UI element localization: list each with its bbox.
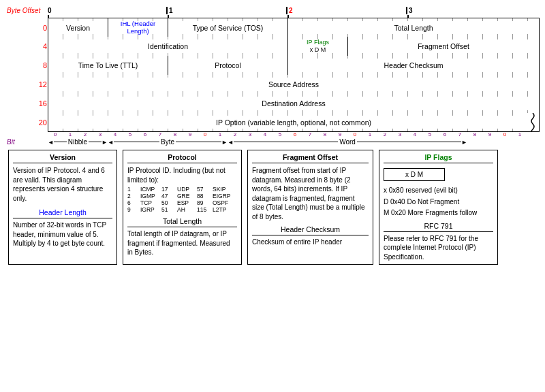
byte-offset-label: Byte Offset (7, 7, 40, 15)
cell-ip-flags: IP Flagsx D M (288, 37, 348, 56)
legend-version-content: Version of IP Protocol. 4 and 6 are vali… (13, 166, 112, 203)
legend-checksum-title: Header Checksum (252, 225, 369, 235)
protocol-table: 1ICMP17UDP57SKIP 2IGMP47GRE88EIGRP 6TCP5… (127, 186, 237, 213)
cell-fragment-offset: Fragment Offset (348, 37, 539, 56)
cell-ip-option: IP Option (variable length, optional, no… (48, 113, 539, 131)
cell-source-address: Source Address (48, 75, 539, 94)
bit-label: Bit (7, 138, 15, 146)
row-4: 4 Identification IP Flagsx D M F (48, 37, 540, 56)
cell-ihl: IHL (HeaderLength) (108, 18, 168, 37)
legend-fragment-title: Fragment Offset (252, 153, 369, 163)
legend-fragment-content: Fragment offset from start of IP datagra… (252, 166, 369, 221)
legend-protocol-title: Protocol (127, 153, 237, 163)
bit-number-row: 0 1 2 3 4 5 6 7 8 9 0 1 2 3 4 5 6 7 8 9 (48, 132, 540, 137)
cell-protocol: Protocol (168, 56, 288, 75)
cell-tos: Type of Service (TOS) (168, 18, 288, 37)
flags-display-box: x D M (384, 168, 445, 181)
legend-ip-flags: IP Flags x D M x 0x80 reserved (evil bit… (379, 150, 498, 265)
unit-label-row: Bit ◄ Nibble ► ◄ Byte ► (5, 138, 540, 146)
legend-version-ihl: Version Version of IP Protocol. 4 and 6 … (8, 150, 117, 265)
cell-ttl: Time To Live (TTL) (48, 56, 168, 75)
cell-header-checksum: Header Checksum (288, 56, 539, 75)
row-8: 8 Time To Live (TTL) Protocol He (48, 56, 540, 75)
top-bit-ruler: 0 1 2 3 (48, 7, 540, 18)
row-16: 16 Destination Address (48, 94, 540, 113)
legend-protocol-total: Protocol IP Protocol ID. Including (but … (123, 150, 242, 265)
row-0: 0 Version IHL (HeaderLength) Typ (48, 18, 540, 37)
rfc-label: RFC 791 (384, 222, 493, 232)
ipflags-line-m: M 0x20 More Fragments follow (384, 208, 493, 218)
cell-destination-address: Destination Address (48, 94, 539, 113)
unit-arrows: ◄ Nibble ► ◄ Byte ► ◄ (48, 138, 540, 146)
cell-total-length: Total Length (288, 18, 539, 37)
ipflags-line-d: D 0x40 Do Not Fragment (384, 197, 493, 207)
legend-total-title: Total Length (127, 217, 237, 227)
legend-total-content: Total length of IP datagram, or IP fragm… (127, 229, 237, 257)
rfc-content: Please refer to RFC 791 for the complete… (384, 234, 493, 262)
cell-version: Version (48, 18, 108, 37)
ipflags-line-x: x 0x80 reserved (evil bit) (384, 186, 493, 195)
legend-ihl-title: Header Length (13, 208, 112, 218)
row-12: 12 Source Address (48, 75, 540, 94)
legend-ipflags-title: IP Flags (384, 153, 493, 163)
cell-identification: Identification (48, 37, 288, 56)
legend-checksum-content: Checksum of entire IP header (252, 238, 369, 247)
legend-ihl-content: Number of 32-bit words in TCP header, mi… (13, 220, 112, 248)
legend-protocol-content: IP Protocol ID. Including (but not limit… (127, 166, 237, 184)
legend-version-title: Version (13, 153, 112, 163)
bottom-ruler-area: 0 1 2 3 4 5 6 7 8 9 0 1 2 3 4 5 6 7 8 9 (48, 132, 540, 137)
legend-fragment-checksum: Fragment Offset Fragment offset from sta… (247, 150, 373, 265)
row-20: 20 IP Option (variable length, optional,… (48, 113, 540, 132)
header-grid: 0 Version IHL (HeaderLength) Typ (48, 18, 540, 132)
offset-0: 0 (28, 24, 47, 32)
